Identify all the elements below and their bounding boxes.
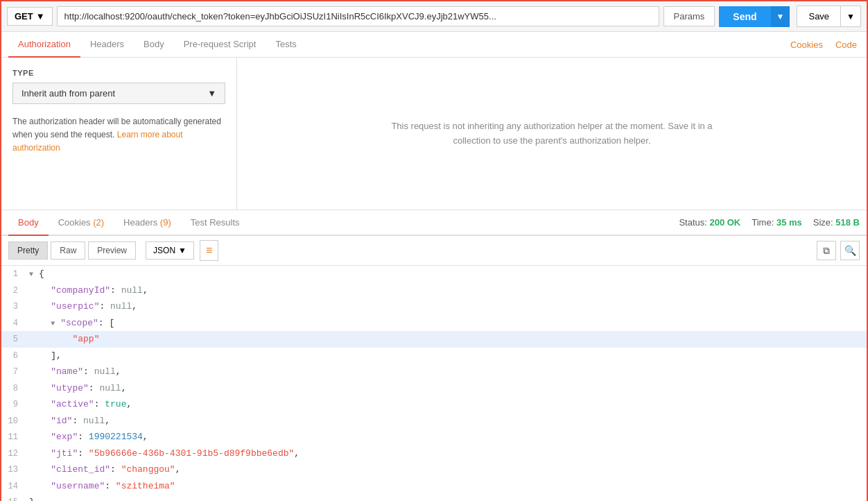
- format-chevron-icon: ▼: [178, 246, 186, 255]
- json-line-14: 14 "username": "szitheima": [1, 478, 867, 495]
- tab-body[interactable]: Body: [134, 32, 174, 58]
- fold-arrow-4[interactable]: ▼: [51, 319, 60, 329]
- wrap-icon: ≡: [206, 244, 212, 257]
- line-num-7: 7: [1, 366, 29, 378]
- auth-type-chevron-icon: ▼: [207, 88, 216, 99]
- auth-right-panel: This request is not inheriting any autho…: [237, 58, 867, 210]
- wrap-button[interactable]: ≡: [200, 240, 218, 261]
- raw-button[interactable]: Raw: [51, 241, 85, 260]
- size-label: Size: 518 B: [813, 217, 860, 228]
- method-chevron-icon: ▼: [36, 11, 45, 22]
- line-num-5: 5: [1, 333, 29, 346]
- auth-left-panel: TYPE Inherit auth from parent ▼ The auth…: [1, 58, 237, 210]
- json-viewer: 1 ▼{ 2 "companyId": null, 3 "userpic": n…: [1, 266, 867, 501]
- auth-section: TYPE Inherit auth from parent ▼ The auth…: [1, 58, 867, 210]
- request-tabs: Authorization Headers Body Pre-request S…: [1, 32, 867, 58]
- json-line-9: 9 "active": true,: [1, 396, 867, 413]
- copy-icon: ⧉: [823, 245, 830, 257]
- tab-pre-request-script[interactable]: Pre-request Script: [174, 32, 266, 58]
- line-num-12: 12: [1, 448, 29, 460]
- time-label: Time: 35 ms: [752, 217, 802, 228]
- auth-type-value: Inherit auth from parent: [21, 88, 115, 99]
- save-dropdown-button[interactable]: ▼: [841, 6, 861, 27]
- body-toolbar: Pretty Raw Preview JSON ▼ ≡ ⧉ 🔍: [1, 236, 867, 266]
- url-bar: GET ▼ Params Send ▼ Save ▼: [1, 1, 867, 32]
- preview-button[interactable]: Preview: [88, 241, 136, 260]
- line-num-8: 8: [1, 382, 29, 395]
- auth-helper-text: This request is not inheriting any autho…: [379, 119, 725, 148]
- method-label: GET: [15, 11, 33, 22]
- line-num-1: 1: [1, 268, 29, 280]
- line-num-11: 11: [1, 431, 29, 443]
- json-line-2: 2 "companyId": null,: [1, 282, 867, 299]
- auth-type-label: TYPE: [12, 69, 225, 77]
- line-num-4: 4: [1, 317, 29, 330]
- tab-tests[interactable]: Tests: [266, 32, 306, 58]
- json-line-13: 13 "client_id": "changgou",: [1, 461, 867, 478]
- status-value: 200 OK: [709, 217, 740, 228]
- send-dropdown-button[interactable]: ▼: [771, 6, 790, 27]
- line-num-15: 15: [1, 496, 29, 501]
- tab-right-actions: Cookies Code: [788, 33, 860, 57]
- json-line-12: 12 "jti": "5b96666e-436b-4301-91b5-d89f9…: [1, 445, 867, 462]
- resp-tab-cookies[interactable]: Cookies (2): [49, 210, 114, 236]
- resp-tab-test-results[interactable]: Test Results: [181, 210, 250, 236]
- url-input[interactable]: [57, 6, 659, 26]
- format-select[interactable]: JSON ▼: [146, 241, 194, 260]
- response-tabs-bar: Body Cookies (2) Headers (9) Test Result…: [1, 210, 867, 236]
- json-line-10: 10 "id": null,: [1, 413, 867, 430]
- save-button[interactable]: Save: [797, 6, 841, 27]
- status-label: Status: 200 OK: [679, 217, 740, 228]
- line-num-9: 9: [1, 398, 29, 411]
- format-label: JSON: [153, 246, 175, 255]
- toolbar-right-icons: ⧉ 🔍: [817, 241, 860, 260]
- copy-button[interactable]: ⧉: [817, 241, 836, 260]
- search-button[interactable]: 🔍: [840, 241, 860, 260]
- line-num-2: 2: [1, 285, 29, 297]
- method-select[interactable]: GET ▼: [7, 7, 53, 26]
- params-button[interactable]: Params: [663, 6, 715, 26]
- json-line-1: 1 ▼{: [1, 266, 867, 282]
- line-num-10: 10: [1, 415, 29, 427]
- cookies-badge: (2): [93, 217, 104, 228]
- send-group: Send ▼: [719, 6, 790, 27]
- fold-arrow-1[interactable]: ▼: [29, 269, 39, 280]
- resp-tab-body[interactable]: Body: [8, 210, 49, 236]
- json-line-4: 4 ▼"scope": [: [1, 315, 867, 332]
- json-line-15: 15 }: [1, 494, 867, 501]
- response-status: Status: 200 OK Time: 35 ms Size: 518 B: [679, 217, 860, 228]
- save-group: Save ▼: [797, 6, 861, 27]
- auth-description: The authorization header will be automat…: [12, 115, 225, 155]
- headers-badge: (9): [160, 217, 171, 228]
- size-value: 518 B: [835, 217, 860, 228]
- json-line-6: 6 ],: [1, 348, 867, 364]
- send-button[interactable]: Send: [719, 6, 770, 27]
- search-icon: 🔍: [844, 245, 856, 256]
- json-line-3: 3 "userpic": null,: [1, 298, 867, 315]
- time-value: 35 ms: [776, 217, 802, 228]
- json-line-7: 7 "name": null,: [1, 364, 867, 380]
- line-num-13: 13: [1, 464, 29, 476]
- tab-authorization[interactable]: Authorization: [8, 32, 80, 58]
- tab-headers[interactable]: Headers: [80, 32, 134, 58]
- cookies-link[interactable]: Cookies: [788, 33, 826, 57]
- code-link[interactable]: Code: [833, 33, 860, 57]
- resp-tab-headers[interactable]: Headers (9): [114, 210, 181, 236]
- auth-type-select[interactable]: Inherit auth from parent ▼: [12, 83, 225, 104]
- pretty-button[interactable]: Pretty: [8, 241, 48, 260]
- line-num-3: 3: [1, 300, 29, 313]
- line-num-14: 14: [1, 480, 29, 493]
- json-line-8: 8 "utype": null,: [1, 380, 867, 397]
- line-num-6: 6: [1, 350, 29, 362]
- json-line-5: 5 "app": [1, 331, 867, 348]
- json-line-11: 11 "exp": 1990221534,: [1, 429, 867, 445]
